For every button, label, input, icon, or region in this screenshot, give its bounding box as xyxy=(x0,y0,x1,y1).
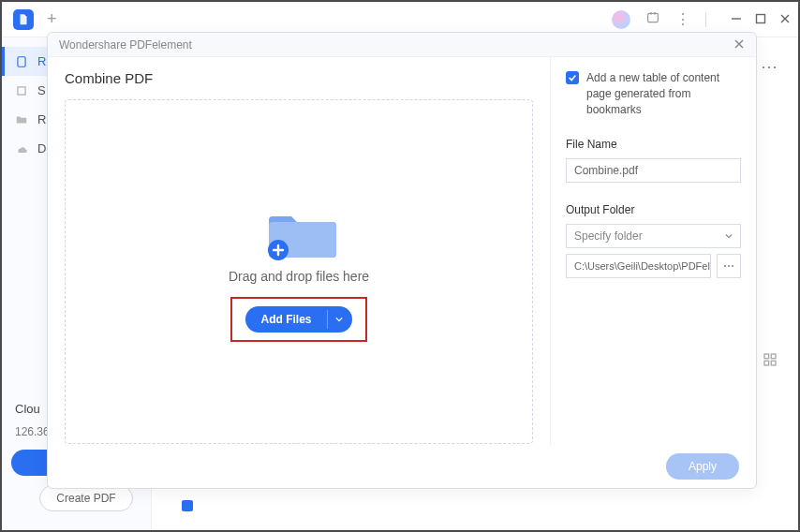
document-icon xyxy=(15,55,28,68)
square-icon xyxy=(15,84,28,97)
chevron-down-icon xyxy=(725,229,733,243)
sidebar-item-label: D xyxy=(37,141,46,155)
apply-label: Apply xyxy=(689,460,717,473)
folder-icon xyxy=(15,113,28,126)
toc-checkbox-row[interactable]: Add a new table of content page generate… xyxy=(566,70,741,117)
dropzone-text: Drag and drop files here xyxy=(229,269,369,284)
notification-icon[interactable] xyxy=(645,10,660,29)
toc-checkbox-label: Add a new table of content page generate… xyxy=(586,70,741,117)
cloud-storage-section: Clou 126.36 xyxy=(15,402,50,438)
sidebar-item-label: R xyxy=(37,54,46,68)
divider xyxy=(705,12,706,27)
file-name-label: File Name xyxy=(566,138,741,151)
titlebar-right: ⋮ xyxy=(612,10,791,29)
svg-rect-10 xyxy=(771,361,776,365)
svg-rect-0 xyxy=(648,13,659,22)
add-files-button[interactable]: Add Files xyxy=(245,306,351,332)
dialog-footer: Apply xyxy=(48,445,756,488)
svg-rect-7 xyxy=(764,354,769,359)
close-button[interactable] xyxy=(779,11,791,28)
dialog-left-pane: Combine PDF Drag and drop files here Add… xyxy=(48,57,550,445)
output-folder-select[interactable]: Specify folder xyxy=(566,224,741,248)
svg-rect-8 xyxy=(771,354,776,359)
output-path-display: C:\Users\Geili\Desktop\PDFelement\Cc xyxy=(566,254,711,278)
small-logo-icon xyxy=(182,500,193,511)
app-logo-icon xyxy=(13,9,34,30)
apply-button[interactable]: Apply xyxy=(666,453,739,480)
cloud-icon xyxy=(15,142,28,155)
file-name-input[interactable] xyxy=(566,158,741,183)
svg-rect-9 xyxy=(764,361,769,365)
more-menu-icon[interactable]: ⋯ xyxy=(761,56,778,77)
minimize-button[interactable] xyxy=(731,11,742,28)
output-folder-select-text: Specify folder xyxy=(574,229,643,243)
dialog-app-name: Wondershare PDFelement xyxy=(59,38,192,52)
dialog-right-pane: Add a new table of content page generate… xyxy=(550,57,756,445)
create-pdf-label: Create PDF xyxy=(56,492,115,505)
folder-add-icon xyxy=(265,201,333,256)
create-pdf-button[interactable]: Create PDF xyxy=(39,485,133,511)
add-files-dropdown[interactable] xyxy=(328,316,352,323)
profile-orb-icon[interactable] xyxy=(612,10,630,29)
kebab-menu-icon[interactable]: ⋮ xyxy=(675,10,690,28)
output-folder-label: Output Folder xyxy=(566,203,741,216)
file-dropzone[interactable]: Drag and drop files here Add Files xyxy=(65,99,533,444)
svg-rect-5 xyxy=(18,56,25,66)
svg-rect-6 xyxy=(18,86,25,94)
cloud-label: Clou xyxy=(15,402,50,416)
dialog-title: Combine PDF xyxy=(65,70,533,86)
add-files-label: Add Files xyxy=(245,313,326,326)
new-tab-button[interactable]: + xyxy=(47,9,57,29)
output-path-text: C:\Users\Geili\Desktop\PDFelement\Cc xyxy=(574,260,711,272)
svg-rect-2 xyxy=(757,14,765,22)
add-files-highlight: Add Files xyxy=(230,297,366,342)
sidebar-item-label: S xyxy=(37,83,46,97)
grid-view-icon[interactable] xyxy=(763,352,778,371)
browse-folder-button[interactable]: ⋯ xyxy=(717,254,741,278)
cloud-size: 126.36 xyxy=(15,425,50,438)
dialog-close-button[interactable] xyxy=(733,37,745,52)
sidebar-item-label: R xyxy=(37,112,46,126)
maximize-button[interactable] xyxy=(755,11,766,28)
dialog-titlebar: Wondershare PDFelement xyxy=(48,33,756,57)
combine-pdf-dialog: Wondershare PDFelement Combine PDF Drag … xyxy=(47,32,757,489)
checkbox-checked-icon[interactable] xyxy=(566,71,579,84)
